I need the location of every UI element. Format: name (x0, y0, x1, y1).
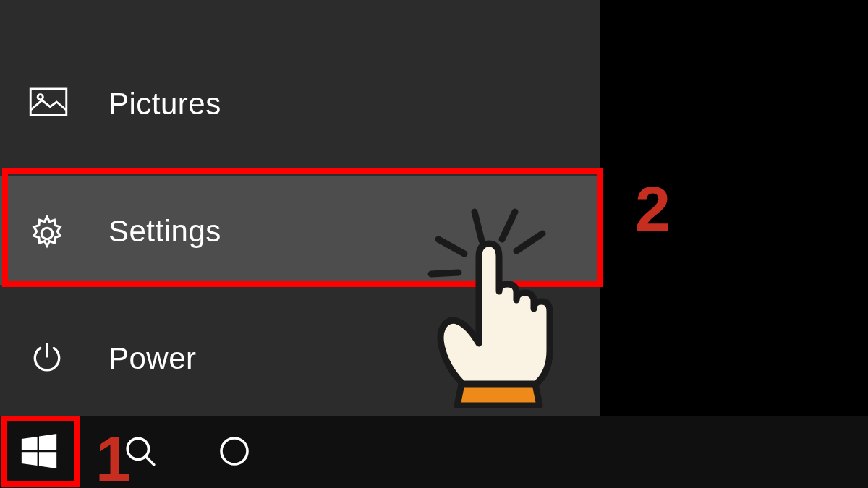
cortana-icon (217, 434, 252, 471)
start-button[interactable] (0, 416, 78, 488)
windows-logo-icon (18, 430, 60, 475)
start-item-pictures[interactable]: Pictures (0, 52, 600, 155)
taskbar-cortana-button[interactable] (195, 416, 273, 488)
taskbar (0, 416, 868, 488)
start-item-settings[interactable]: Settings (0, 176, 600, 285)
power-icon (29, 340, 65, 376)
svg-rect-0 (30, 89, 67, 115)
search-icon (122, 433, 158, 472)
gear-icon (26, 213, 68, 254)
screenshot-stage: Documents Pictures Settings (0, 0, 868, 488)
annotation-number-2: 2 (635, 172, 671, 246)
start-item-power[interactable]: Power (0, 307, 600, 409)
start-item-documents[interactable]: Documents (0, 0, 600, 23)
start-menu-panel: Documents Pictures Settings (0, 0, 600, 416)
start-item-label: Settings (109, 214, 221, 249)
pictures-icon (29, 87, 68, 117)
svg-line-4 (145, 456, 153, 464)
svg-point-5 (221, 438, 247, 464)
start-item-label: Power (109, 341, 197, 376)
taskbar-search-button[interactable] (101, 416, 179, 488)
svg-point-1 (38, 95, 43, 100)
svg-point-2 (41, 228, 52, 239)
start-item-label: Pictures (109, 87, 221, 121)
